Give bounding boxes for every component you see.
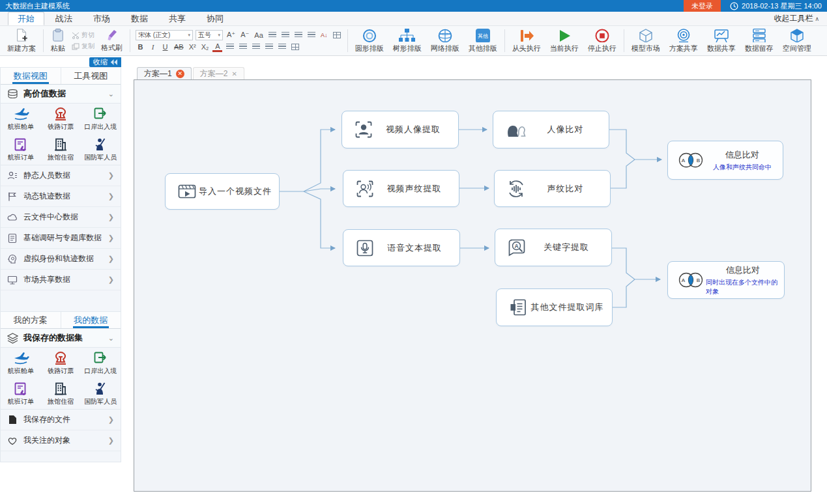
my-followed-objects-item[interactable]: 我关注的对象❯ (1, 430, 121, 451)
superscript-button[interactable]: X² (188, 42, 197, 52)
railway-icon (53, 107, 68, 121)
stop-run-button[interactable]: 停止执行 (583, 27, 621, 54)
sidebar-collapse-button[interactable]: 收缩 (89, 57, 121, 67)
play-icon (556, 28, 573, 42)
node-info-compare-1[interactable]: AB 信息比对 人像和声纹共同命中 (667, 141, 783, 180)
indent-icon[interactable] (306, 30, 317, 40)
collapse-toolbar-button[interactable]: 收起工具栏∧ (774, 12, 819, 25)
dataset-hotel-stay[interactable]: 旅馆住宿 (40, 378, 80, 409)
node-import-video-file[interactable]: 导入一个视频文件 (165, 173, 280, 210)
tab-data-view[interactable]: 数据视图 (1, 68, 61, 84)
font-color-button[interactable]: A (212, 42, 222, 52)
copy-button[interactable]: 复制 (72, 42, 94, 51)
dataset-flight-order[interactable]: 航班订单 (1, 378, 40, 409)
node-voiceprint-compare[interactable]: 声纹比对 (494, 170, 611, 207)
align-center-icon[interactable] (238, 42, 248, 52)
login-status-badge[interactable]: 未登录 (684, 0, 721, 12)
file-icon (7, 415, 18, 425)
menu-tab-tactics[interactable]: 战法 (46, 12, 82, 25)
align-left-icon[interactable] (225, 42, 235, 52)
font-size-select[interactable]: 五号▾ (196, 30, 223, 40)
layers-icon (7, 333, 18, 344)
shading-icon[interactable] (290, 42, 300, 52)
category-market-shared-data[interactable]: 市场共享数据❯ (1, 270, 121, 290)
category-dynamic-track-data[interactable]: 动态轨迹数据❯ (1, 186, 121, 207)
node-info-compare-2[interactable]: AB 信息比对 同时出现在多个文件中的对象 (667, 261, 785, 299)
node-speech-text-extract[interactable]: 语音文本提取 (343, 229, 460, 266)
svg-text:A: A (514, 243, 518, 249)
node-keyword-extract[interactable]: A 关键字提取 (495, 229, 612, 266)
soldier-icon (93, 382, 108, 396)
tree-layout-button[interactable]: 树形排版 (388, 27, 426, 54)
node-face-compare[interactable]: 人像比对 (493, 111, 609, 148)
dataset-flight-manifest[interactable]: 航班舱单 (1, 104, 40, 134)
table-icon[interactable] (332, 30, 342, 40)
bold-button[interactable]: B (136, 42, 145, 52)
tab-tool-view[interactable]: 工具视图 (61, 68, 121, 84)
network-layout-button[interactable]: 网络排版 (426, 27, 464, 54)
dataset-military-personnel[interactable]: 国防军人员 (81, 134, 121, 165)
data-retain-button[interactable]: 数据留存 (740, 27, 778, 54)
circle-layout-button[interactable]: 圆形排版 (351, 27, 388, 54)
dataset-railway-ticket[interactable]: 铁路订票 (40, 348, 80, 378)
plan-tab-2[interactable]: 方案—2✕ (193, 67, 244, 79)
category-research-library-data[interactable]: 基础调研与专题库数据❯ (1, 228, 121, 249)
close-tab-icon[interactable]: ✕ (176, 70, 184, 78)
model-market-button[interactable]: 模型市场 (627, 27, 665, 54)
change-case-button[interactable]: Aa (253, 30, 264, 40)
underline-button[interactable]: U (160, 42, 170, 52)
category-virtual-identity-data[interactable]: 虚拟身份和轨迹数据❯ (1, 249, 121, 270)
dataset-border-entry-exit[interactable]: 口岸出入境 (81, 348, 121, 378)
tab-my-plans[interactable]: 我的方案 (1, 312, 61, 328)
node-other-files-lexicon[interactable]: 其他文件提取词库 (496, 288, 613, 326)
plan-share-button[interactable]: 方案共享 (665, 27, 703, 54)
high-value-data-header[interactable]: 高价值数据⌄ (1, 85, 121, 104)
space-manage-button[interactable]: 空间管理 (778, 27, 816, 54)
shrink-font-button[interactable]: A⁻ (239, 30, 250, 40)
run-from-start-button[interactable]: 从头执行 (508, 27, 545, 54)
menu-tab-collab[interactable]: 协同 (197, 12, 233, 25)
sort-button[interactable]: A↓ (319, 30, 329, 40)
saved-datasets-header[interactable]: 我保存的数据集⌄ (1, 329, 121, 348)
grow-font-button[interactable]: A⁺ (225, 30, 237, 40)
dataset-railway-ticket[interactable]: 铁路订票 (40, 104, 80, 134)
close-tab-icon[interactable]: ✕ (231, 70, 237, 77)
paste-button[interactable]: 粘贴 (46, 27, 70, 54)
dataset-hotel-stay[interactable]: 旅馆住宿 (40, 134, 80, 165)
plan-tab-1[interactable]: 方案—1✕ (137, 67, 192, 79)
menu-tab-share[interactable]: 共享 (159, 12, 196, 25)
cut-button[interactable]: 剪切 (72, 31, 94, 40)
subscript-button[interactable]: X₂ (200, 42, 210, 52)
format-painter-button[interactable]: 格式刷 (96, 28, 127, 53)
italic-button[interactable]: I (148, 42, 158, 52)
menu-tab-market[interactable]: 市场 (83, 12, 120, 25)
data-share-button[interactable]: 数据共享 (703, 27, 740, 54)
dataset-flight-order[interactable]: 航班订单 (1, 134, 40, 165)
saved-dataset-grid: 航班舱单 铁路订票 口岸出入境 航班订单 旅馆住宿 国防军人员 (1, 348, 121, 410)
my-saved-files-item[interactable]: 我保存的文件❯ (1, 410, 121, 430)
dataset-flight-manifest[interactable]: 航班舱单 (1, 348, 40, 378)
tab-my-data[interactable]: 我的数据 (61, 312, 121, 328)
dataset-border-entry-exit[interactable]: 口岸出入境 (81, 104, 121, 134)
category-cloud-file-data[interactable]: 云文件中心数据❯ (1, 207, 121, 228)
face-frame-icon (353, 119, 375, 141)
align-right-icon[interactable] (251, 42, 261, 52)
dataset-military-personnel[interactable]: 国防军人员 (81, 378, 121, 409)
numbered-list-icon[interactable] (280, 30, 291, 40)
align-justify-icon[interactable] (264, 42, 274, 52)
node-video-face-extract[interactable]: 视频人像提取 (341, 111, 459, 148)
menu-tab-start[interactable]: 开始 (8, 12, 44, 25)
node-video-voiceprint-extract[interactable]: 视频声纹提取 (343, 170, 459, 207)
strikethrough-button[interactable]: AB (173, 42, 185, 52)
run-current-button[interactable]: 当前执行 (545, 27, 583, 54)
bullet-list-icon[interactable] (267, 30, 278, 40)
font-family-select[interactable]: 宋体 (正文)▾ (136, 30, 193, 40)
category-static-person-data[interactable]: 静态人员数据❯ (1, 165, 121, 186)
menu-tab-data[interactable]: 数据 (121, 12, 158, 25)
new-plan-button[interactable]: 新建方案 (3, 27, 40, 54)
line-spacing-icon[interactable] (277, 42, 287, 52)
outdent-icon[interactable] (293, 30, 304, 40)
flow-canvas[interactable]: 导入一个视频文件 视频人像提取 视频声纹提取 语音文本提取 人像比对 声纹比对 … (134, 79, 811, 492)
other-layout-button[interactable]: 其他 其他排版 (464, 27, 502, 54)
border-exit-icon (93, 351, 108, 365)
